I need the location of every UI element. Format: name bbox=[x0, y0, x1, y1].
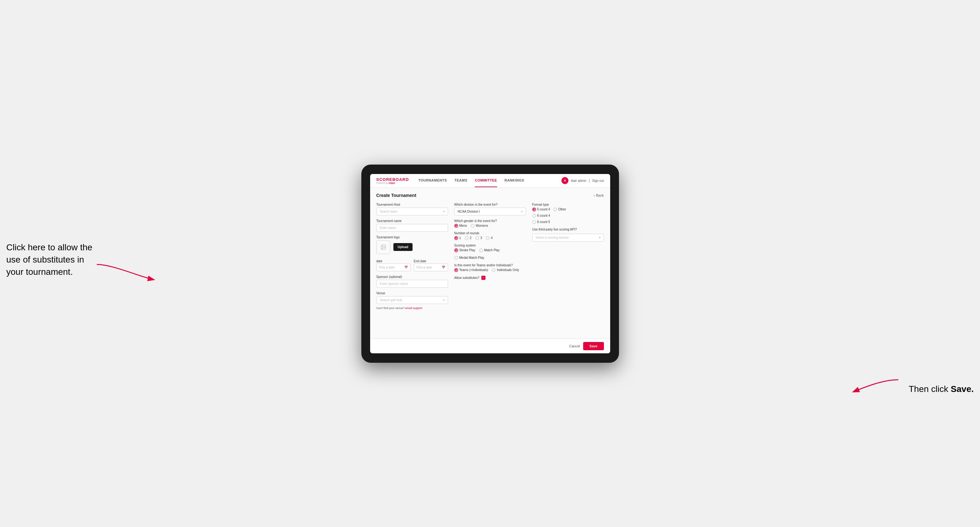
end-date-input[interactable]: Pick a date 📅 bbox=[414, 264, 448, 271]
rounds-4-radio[interactable] bbox=[486, 236, 490, 240]
tournament-logo-label: Tournament logo bbox=[376, 235, 448, 239]
event-type-individuals[interactable]: Individuals Only bbox=[492, 268, 519, 272]
format-6count5[interactable]: 6 count 5 bbox=[532, 220, 604, 224]
format-other[interactable]: Other bbox=[553, 208, 566, 211]
gender-group: Which gender is the event for? Mens Wome… bbox=[454, 219, 526, 228]
nav-divider: | bbox=[589, 179, 590, 183]
rounds-2[interactable]: 2 bbox=[465, 236, 472, 240]
logo-powered: Powered by clippd bbox=[376, 182, 409, 184]
scoring-label: Scoring system bbox=[454, 244, 526, 247]
form-footer: Cancel Save bbox=[370, 338, 610, 353]
format-other-radio[interactable] bbox=[553, 208, 557, 211]
back-button[interactable]: ‹ Back bbox=[593, 194, 604, 197]
logo-scoreboard: SCOREBOARD bbox=[376, 177, 409, 182]
svg-point-3 bbox=[382, 246, 383, 246]
start-date-input[interactable]: Pick a date 📅 bbox=[376, 264, 410, 271]
save-button[interactable]: Save bbox=[583, 342, 604, 350]
form-col-2: Which division is the event for? NCAA Di… bbox=[454, 203, 526, 310]
nav-item-tournaments[interactable]: TOURNAMENTS bbox=[418, 174, 447, 187]
scoring-radio-group: Stroke Play Match Play Medal Match Play bbox=[454, 248, 526, 260]
event-type-teams-radio[interactable] bbox=[454, 268, 458, 272]
form-grid: Tournament Host Search team ▾ Tournament… bbox=[376, 203, 604, 310]
scoring-stroke-radio[interactable] bbox=[454, 248, 458, 252]
substitutes-label: Allow substitutes? bbox=[454, 276, 479, 279]
navbar: SCOREBOARD Powered by clippd TOURNAMENTS… bbox=[370, 174, 610, 188]
gender-womens[interactable]: Womens bbox=[471, 224, 488, 228]
arrow-right-icon bbox=[851, 376, 902, 395]
page-title: Create Tournament bbox=[376, 193, 416, 198]
nav-item-teams[interactable]: TEAMS bbox=[454, 174, 467, 187]
gender-radio-group: Mens Womens bbox=[454, 224, 526, 228]
form-col-3: Format type 5 count 4 Other bbox=[532, 203, 604, 310]
rounds-group: Number of rounds 1 2 bbox=[454, 232, 526, 240]
gender-womens-radio[interactable] bbox=[471, 224, 474, 228]
scoring-api-label: Use third-party live scoring API? bbox=[532, 228, 604, 231]
format-6count5-radio[interactable] bbox=[532, 220, 536, 224]
upload-button[interactable]: Upload bbox=[393, 243, 413, 251]
sign-out-link[interactable]: Sign out bbox=[592, 179, 604, 183]
nav-logo: SCOREBOARD Powered by clippd bbox=[376, 177, 409, 184]
scoring-service-select[interactable]: Select a scoring service ▾ bbox=[532, 234, 604, 241]
date-row: date Pick a date 📅 End date Pick a date bbox=[376, 258, 448, 271]
event-type-group: Is this event for Teams and/or Individua… bbox=[454, 264, 526, 272]
annotation-right: Then click Save. bbox=[909, 383, 974, 395]
scoring-match[interactable]: Match Play bbox=[479, 248, 500, 252]
event-type-teams[interactable]: Teams (+Individuals) bbox=[454, 268, 488, 272]
rounds-2-radio[interactable] bbox=[465, 236, 468, 240]
event-type-label: Is this event for Teams and/or Individua… bbox=[454, 264, 526, 267]
sponsor-label: Sponsor (optional) bbox=[376, 275, 448, 279]
scoring-api-group: Use third-party live scoring API? Select… bbox=[532, 228, 604, 241]
form-col-1: Tournament Host Search team ▾ Tournament… bbox=[376, 203, 448, 310]
event-type-radio-group: Teams (+Individuals) Individuals Only bbox=[454, 268, 526, 272]
annotation-left: Click here to allow the use of substitut… bbox=[6, 241, 94, 278]
division-label: Which division is the event for? bbox=[454, 203, 526, 206]
format-options: 5 count 4 Other 6 count 4 bbox=[532, 208, 604, 224]
date-group: date Pick a date 📅 End date Pick a date bbox=[376, 258, 448, 271]
scoring-medal-radio[interactable] bbox=[454, 256, 458, 260]
sponsor-input[interactable]: Enter sponsor name bbox=[376, 280, 448, 288]
username: blair admin bbox=[571, 179, 586, 183]
nav-items: TOURNAMENTS TEAMS COMMITTEE RANKINGS bbox=[418, 174, 562, 187]
rounds-3[interactable]: 3 bbox=[476, 236, 482, 240]
logo-placeholder-icon bbox=[376, 240, 390, 254]
nav-item-committee[interactable]: COMMITTEE bbox=[475, 174, 497, 187]
event-type-individuals-radio[interactable] bbox=[492, 268, 495, 272]
format-6count4-radio[interactable] bbox=[532, 214, 536, 217]
rounds-1-radio[interactable] bbox=[454, 236, 458, 240]
format-group: Format type 5 count 4 Other bbox=[532, 203, 604, 224]
gender-mens[interactable]: Mens bbox=[454, 224, 467, 228]
email-support-link[interactable]: email support bbox=[405, 306, 422, 310]
substitutes-checkbox-item[interactable]: Allow substitutes? ✓ bbox=[454, 276, 526, 280]
division-group: Which division is the event for? NCAA Di… bbox=[454, 203, 526, 216]
tournament-host-label: Tournament Host bbox=[376, 203, 448, 206]
rounds-1[interactable]: 1 bbox=[454, 236, 461, 240]
scoring-group: Scoring system Stroke Play Match Play bbox=[454, 244, 526, 260]
scoring-match-radio[interactable] bbox=[479, 248, 483, 252]
content-area: Create Tournament ‹ Back Tournament Host… bbox=[370, 188, 610, 338]
scoring-stroke[interactable]: Stroke Play bbox=[454, 248, 476, 252]
scoring-medal[interactable]: Medal Match Play bbox=[454, 256, 484, 260]
venue-input[interactable]: Search golf club ▾ bbox=[376, 296, 448, 304]
end-date-label: End date bbox=[414, 259, 426, 263]
tournament-name-group: Tournament name Enter name bbox=[376, 219, 448, 232]
start-date-label: date bbox=[376, 259, 382, 263]
substitutes-checkbox[interactable]: ✓ bbox=[481, 276, 485, 280]
arrow-left-icon bbox=[94, 258, 156, 283]
tournament-logo-group: Tournament logo Upload bbox=[376, 235, 448, 254]
format-6count4[interactable]: 6 count 4 bbox=[532, 214, 604, 217]
venue-group: Venue Search golf club ▾ Can't find your… bbox=[376, 292, 448, 310]
gender-mens-radio[interactable] bbox=[454, 224, 458, 228]
rounds-label: Number of rounds bbox=[454, 232, 526, 235]
format-5count4[interactable]: 5 count 4 bbox=[532, 208, 550, 211]
nav-item-rankings[interactable]: RANKINGS bbox=[504, 174, 524, 187]
rounds-3-radio[interactable] bbox=[476, 236, 479, 240]
format-5count4-radio[interactable] bbox=[532, 208, 536, 211]
division-select[interactable]: NCAA Division I ▾ bbox=[454, 208, 526, 216]
substitutes-group: Allow substitutes? ✓ bbox=[454, 276, 526, 280]
tournament-host-input[interactable]: Search team ▾ bbox=[376, 208, 448, 216]
tablet-screen: SCOREBOARD Powered by clippd TOURNAMENTS… bbox=[370, 174, 610, 353]
tablet-frame: SCOREBOARD Powered by clippd TOURNAMENTS… bbox=[361, 165, 619, 363]
rounds-4[interactable]: 4 bbox=[486, 236, 493, 240]
tournament-name-input[interactable]: Enter name bbox=[376, 224, 448, 232]
cancel-button[interactable]: Cancel bbox=[570, 344, 580, 348]
